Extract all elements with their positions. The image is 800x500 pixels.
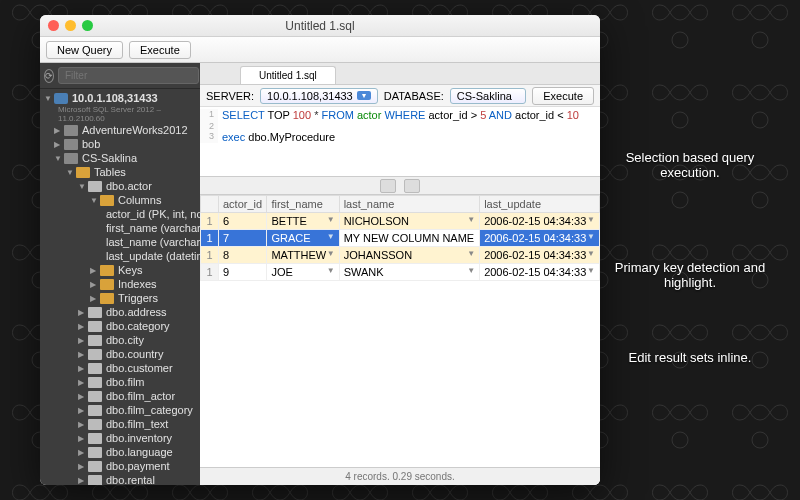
- column-item[interactable]: last_update (datetim...: [40, 249, 200, 263]
- main-panel: Untitled 1.sql SERVER: 10.0.1.108,31433▾…: [200, 63, 600, 485]
- tabs: Untitled 1.sql: [200, 63, 600, 85]
- keys-folder[interactable]: ▶Keys: [40, 263, 200, 277]
- text-view-icon[interactable]: [404, 179, 420, 193]
- db-node[interactable]: ▼CS-Saklina: [40, 151, 200, 165]
- db-node[interactable]: ▶AdventureWorks2012: [40, 123, 200, 137]
- server-subtitle: Microsoft SQL Server 2012 – 11.0.2100.60: [40, 105, 200, 123]
- new-query-button[interactable]: New Query: [46, 41, 123, 59]
- table-row[interactable]: 16BETTE▼NICHOLSON▼2006-02-15 04:34:33▼: [201, 213, 600, 230]
- database-select[interactable]: CS-Saklina: [450, 88, 526, 104]
- connection-bar: SERVER: 10.0.1.108,31433▾ DATABASE: CS-S…: [200, 85, 600, 107]
- table-node[interactable]: ▶dbo.category: [40, 319, 200, 333]
- window-title: Untitled 1.sql: [40, 19, 600, 33]
- col-header[interactable]: first_name: [267, 196, 339, 213]
- object-tree[interactable]: ▼10.0.1.108,31433 Microsoft SQL Server 2…: [40, 89, 200, 485]
- results-toolbar: [200, 177, 600, 195]
- database-label: DATABASE:: [384, 90, 444, 102]
- callout: Primary key detection and highlight.: [610, 260, 770, 290]
- tab-file[interactable]: Untitled 1.sql: [240, 66, 336, 84]
- callout: Selection based query execution.: [610, 150, 770, 180]
- table-row[interactable]: 18MATTHEW▼JOHANSSON▼2006-02-15 04:34:33▼: [201, 247, 600, 264]
- col-header[interactable]: last_update: [480, 196, 600, 213]
- grid-view-icon[interactable]: [380, 179, 396, 193]
- table-node[interactable]: ▶dbo.payment: [40, 459, 200, 473]
- sql-editor[interactable]: 1SELECT TOP 100 * FROM actor WHERE actor…: [200, 107, 600, 177]
- server-label: SERVER:: [206, 90, 254, 102]
- table-node[interactable]: ▶dbo.film: [40, 375, 200, 389]
- execute-button[interactable]: Execute: [129, 41, 191, 59]
- table-node[interactable]: ▼dbo.actor: [40, 179, 200, 193]
- app-window: Untitled 1.sql New Query Execute ⟳ ▼10.0…: [40, 15, 600, 485]
- table-node[interactable]: ▶dbo.inventory: [40, 431, 200, 445]
- chevron-down-icon: ▾: [357, 91, 371, 100]
- table-node[interactable]: ▶dbo.rental: [40, 473, 200, 485]
- table-node[interactable]: ▶dbo.film_actor: [40, 389, 200, 403]
- table-node[interactable]: ▶dbo.film_text: [40, 417, 200, 431]
- db-node[interactable]: ▶bob: [40, 137, 200, 151]
- status-bar: 4 records. 0.29 seconds.: [200, 467, 600, 485]
- table-node[interactable]: ▶dbo.address: [40, 305, 200, 319]
- column-item[interactable]: last_name (varchar(4...: [40, 235, 200, 249]
- table-node[interactable]: ▶dbo.film_category: [40, 403, 200, 417]
- table-node[interactable]: ▶dbo.customer: [40, 361, 200, 375]
- results-grid[interactable]: actor_id first_name last_name last_updat…: [200, 195, 600, 467]
- server-node[interactable]: ▼10.0.1.108,31433: [40, 91, 200, 105]
- column-item[interactable]: first_name (varchar(4...: [40, 221, 200, 235]
- table-node[interactable]: ▶dbo.city: [40, 333, 200, 347]
- toolbar: New Query Execute: [40, 37, 600, 63]
- execute-button[interactable]: Execute: [532, 87, 594, 105]
- columns-folder[interactable]: ▼Columns: [40, 193, 200, 207]
- col-header[interactable]: last_name: [339, 196, 480, 213]
- server-select[interactable]: 10.0.1.108,31433▾: [260, 88, 378, 104]
- indexes-folder[interactable]: ▶Indexes: [40, 277, 200, 291]
- table-node[interactable]: ▶dbo.language: [40, 445, 200, 459]
- callout: Edit result sets inline.: [610, 350, 770, 365]
- table-node[interactable]: ▶dbo.country: [40, 347, 200, 361]
- column-item[interactable]: actor_id (PK, int, not...: [40, 207, 200, 221]
- tables-folder[interactable]: ▼Tables: [40, 165, 200, 179]
- refresh-icon[interactable]: ⟳: [44, 69, 54, 83]
- sidebar: ⟳ ▼10.0.1.108,31433 Microsoft SQL Server…: [40, 63, 200, 485]
- col-header[interactable]: actor_id: [219, 196, 267, 213]
- table-row[interactable]: 17GRACE▼MY NEW COLUMN NAME2006-02-15 04:…: [201, 230, 600, 247]
- triggers-folder[interactable]: ▶Triggers: [40, 291, 200, 305]
- titlebar: Untitled 1.sql: [40, 15, 600, 37]
- table-row[interactable]: 19JOE▼SWANK▼2006-02-15 04:34:33▼: [201, 264, 600, 281]
- filter-input[interactable]: [58, 67, 199, 84]
